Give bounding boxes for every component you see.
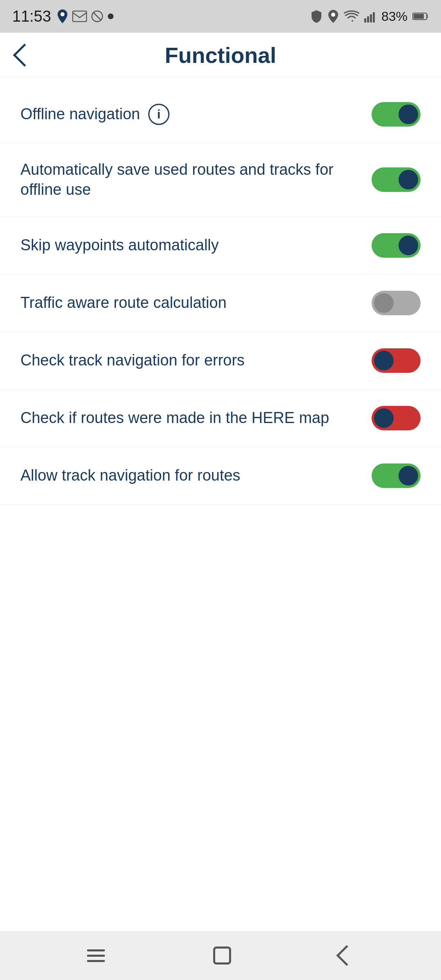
- toggle-knob-traffic-route: [374, 293, 394, 313]
- toggle-knob-allow-track-navigation: [399, 466, 418, 486]
- page-title: Functional: [165, 42, 276, 68]
- setting-item-skip-waypoints: Skip waypoints automatically: [0, 217, 441, 274]
- toggle-auto-save-routes[interactable]: [372, 167, 421, 192]
- location-icon: [57, 9, 68, 24]
- back-button[interactable]: [16, 47, 33, 63]
- home-icon: [213, 947, 231, 964]
- svg-line-3: [93, 12, 101, 20]
- toggle-knob-auto-save-routes: [399, 170, 418, 189]
- toggle-knob-check-track-errors: [374, 351, 394, 370]
- status-bar-right: 83%: [310, 9, 429, 24]
- toggle-knob-check-here-map: [374, 408, 394, 428]
- setting-item-allow-track-navigation: Allow track navigation for routes: [0, 447, 441, 505]
- signal-icon: [364, 10, 376, 22]
- dot-icon: [107, 13, 114, 20]
- svg-point-0: [60, 12, 65, 16]
- setting-label-auto-save-routes: Automatically save used routes and track…: [20, 160, 347, 200]
- setting-item-auto-save-routes: Automatically save used routes and track…: [0, 143, 441, 217]
- status-bar: 11:53: [0, 0, 441, 33]
- setting-left-traffic-route: Traffic aware route calculation: [20, 293, 347, 313]
- blocked-icon: [91, 10, 103, 22]
- svg-rect-6: [364, 18, 366, 22]
- setting-label-check-here-map: Check if routes were made in the HERE ma…: [20, 408, 329, 428]
- settings-list: Offline navigationiAutomatically save us…: [0, 78, 441, 513]
- gps-icon: [327, 9, 339, 24]
- setting-item-check-here-map: Check if routes were made in the HERE ma…: [0, 390, 441, 447]
- setting-left-auto-save-routes: Automatically save used routes and track…: [20, 160, 347, 200]
- svg-rect-1: [73, 11, 87, 22]
- mail-icon: [72, 11, 87, 22]
- toggle-check-here-map[interactable]: [372, 406, 421, 430]
- shield-icon: [310, 9, 323, 23]
- setting-label-allow-track-navigation: Allow track navigation for routes: [20, 466, 241, 486]
- battery-icon: [412, 12, 429, 21]
- svg-rect-9: [373, 12, 375, 22]
- setting-left-skip-waypoints: Skip waypoints automatically: [20, 235, 347, 255]
- setting-label-traffic-route: Traffic aware route calculation: [20, 293, 227, 313]
- recent-apps-icon: [87, 949, 105, 962]
- toggle-skip-waypoints[interactable]: [372, 233, 421, 258]
- toggle-offline-navigation[interactable]: [372, 102, 421, 127]
- svg-point-5: [331, 13, 335, 17]
- toggle-knob-offline-navigation: [399, 105, 418, 124]
- setting-label-check-track-errors: Check track navigation for errors: [20, 350, 245, 370]
- info-icon-offline-navigation[interactable]: i: [148, 104, 169, 125]
- svg-rect-7: [367, 16, 369, 22]
- svg-point-4: [108, 13, 114, 19]
- page-header: Functional: [0, 33, 441, 78]
- setting-left-offline-navigation: Offline navigationi: [20, 104, 347, 125]
- setting-item-check-track-errors: Check track navigation for errors: [0, 332, 441, 390]
- setting-label-skip-waypoints: Skip waypoints automatically: [20, 235, 219, 255]
- setting-item-offline-navigation: Offline navigationi: [0, 86, 441, 143]
- toggle-knob-skip-waypoints: [399, 236, 418, 255]
- svg-rect-8: [370, 14, 372, 22]
- toggle-allow-track-navigation[interactable]: [372, 463, 421, 488]
- recent-apps-button[interactable]: [87, 949, 105, 962]
- toggle-check-track-errors[interactable]: [372, 348, 421, 373]
- setting-left-check-here-map: Check if routes were made in the HERE ma…: [20, 408, 347, 428]
- wifi-icon: [344, 10, 359, 22]
- svg-rect-11: [414, 14, 424, 19]
- battery-level: 83%: [381, 9, 408, 24]
- setting-left-check-track-errors: Check track navigation for errors: [20, 350, 347, 370]
- setting-item-traffic-route: Traffic aware route calculation: [0, 274, 441, 332]
- home-button[interactable]: [213, 947, 231, 964]
- toggle-traffic-route[interactable]: [372, 291, 421, 315]
- back-nav-icon: [336, 945, 357, 966]
- status-bar-left: 11:53: [12, 8, 114, 25]
- navigation-bar: [0, 931, 441, 980]
- setting-label-offline-navigation: Offline navigation: [20, 104, 140, 124]
- status-icons: [57, 9, 114, 24]
- back-nav-button[interactable]: [339, 948, 354, 963]
- back-arrow-icon: [13, 43, 36, 67]
- status-time: 11:53: [12, 8, 51, 25]
- setting-left-allow-track-navigation: Allow track navigation for routes: [20, 466, 347, 486]
